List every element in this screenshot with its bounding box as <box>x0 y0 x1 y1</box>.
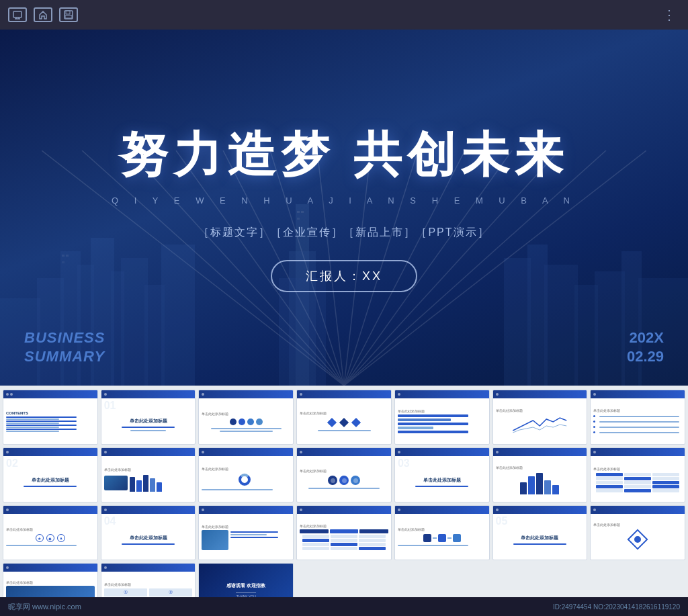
thumbnail-row-4: 单击此处添加标题 单击此处添加标题 ① ② ③ ④ 感谢观看 欢迎指教 <box>3 563 685 597</box>
thumb-section2-chart[interactable]: 单击此处添加标题 <box>101 447 196 502</box>
thumb-section4-photo[interactable]: 单击此处添加标题 <box>198 505 294 560</box>
watermark-bar: 昵享网 www.nipic.com ID:24974454 NO:2023041… <box>0 597 688 616</box>
slides-icon[interactable] <box>8 7 27 22</box>
thumb-section4-steps[interactable]: 单击此处添加标题 <box>394 505 490 560</box>
more-options-button[interactable]: ⋮ <box>662 7 677 23</box>
thumb-section1-title[interactable]: 01 单击此处添加标题 <box>101 390 196 445</box>
thumb-section5-diamond[interactable]: 单击此处添加标题 <box>590 505 685 560</box>
svg-rect-6 <box>65 15 72 18</box>
thumb-section2-title[interactable]: 02 单击此处添加标题 <box>3 447 98 502</box>
bottom-right-date: 202X 02.29 <box>627 328 664 367</box>
home-icon[interactable] <box>34 7 52 22</box>
reporter-badge: 汇报人：XX <box>271 260 417 292</box>
thumb-empty-4 <box>590 563 685 597</box>
thumbnail-row-2: 02 单击此处添加标题 单击此处添加标题 <box>3 447 685 502</box>
subtitle-pinyin: Q I Y E W E N H U A J I A N S H E M U B … <box>0 195 688 206</box>
thumb-section2-circles2[interactable]: 单击此处添加标题 <box>296 447 392 502</box>
thumbnails-area: CONTENTS 01 单击此处添加标题 <box>0 386 688 597</box>
svg-rect-36 <box>574 285 598 386</box>
thumb-section1-list[interactable]: 单击此处添加标题 <box>590 390 685 445</box>
svg-rect-32 <box>279 278 326 386</box>
watermark-left: 昵享网 www.nipic.com <box>8 602 81 612</box>
thumb-section4-table[interactable]: 单击此处添加标题 <box>296 505 392 560</box>
toolbar: ⋮ <box>0 0 688 30</box>
thumb-section4-title[interactable]: 04 单击此处添加标题 <box>101 505 196 560</box>
bottom-left-text: BUSINESS SUMMARY <box>24 328 105 367</box>
thumb-empty-1 <box>296 563 392 597</box>
slide-content: 努力造梦 共创未来 Q I Y E W E N H U A J I A N S … <box>0 123 688 292</box>
thumb-section5-icons2[interactable]: 单击此处添加标题 ① ② ③ ④ <box>101 563 196 597</box>
thumb-section1-circles[interactable]: 单击此处添加标题 <box>198 390 294 445</box>
toolbar-icon-group <box>8 7 78 22</box>
thumb-section5-photo[interactable]: 单击此处添加标题 <box>3 563 98 597</box>
thumb-section1-diamonds[interactable]: 单击此处添加标题 <box>296 390 392 445</box>
thumb-section3-title[interactable]: 03 单击此处添加标题 <box>394 447 490 502</box>
thumb-section1-bars[interactable]: 单击此处添加标题 <box>394 390 490 445</box>
thumb-empty-2 <box>394 563 490 597</box>
thumb-section2-donut[interactable]: 单击此处添加标题 <box>198 447 294 502</box>
main-slide-preview: 努力造梦 共创未来 Q I Y E W E N H U A J I A N S … <box>0 30 688 386</box>
tag-line: ［标题文字］［企业宣传］［新品上市］［PPT演示］ <box>0 226 688 240</box>
thumb-thanks[interactable]: 感谢观看 欢迎指教 THANK YOU <box>198 563 294 597</box>
save-icon[interactable] <box>59 7 78 22</box>
thumb-section4-icons[interactable]: 单击此处添加标题 ★ ◆ ▲ <box>3 505 98 560</box>
main-title: 努力造梦 共创未来 <box>0 123 688 187</box>
thumb-empty-3 <box>492 563 588 597</box>
watermark-right: ID:24974454 NO:20230414182616119120 <box>553 603 680 611</box>
thumb-section3-bars2[interactable]: 单击此处添加标题 <box>492 447 588 502</box>
thumbnail-row-3: 单击此处添加标题 ★ ◆ ▲ 04 <box>3 505 685 560</box>
thumb-contents[interactable]: CONTENTS <box>3 390 98 445</box>
thumb-section3-list2[interactable]: 单击此处添加标题 <box>590 447 685 502</box>
thumb-section5-title[interactable]: 05 单击此处添加标题 <box>492 505 588 560</box>
thumb-section1-wave[interactable]: 单击此处添加标题 <box>492 390 588 445</box>
svg-rect-0 <box>13 11 22 17</box>
thumbnail-row-1: CONTENTS 01 单击此处添加标题 <box>3 390 685 445</box>
